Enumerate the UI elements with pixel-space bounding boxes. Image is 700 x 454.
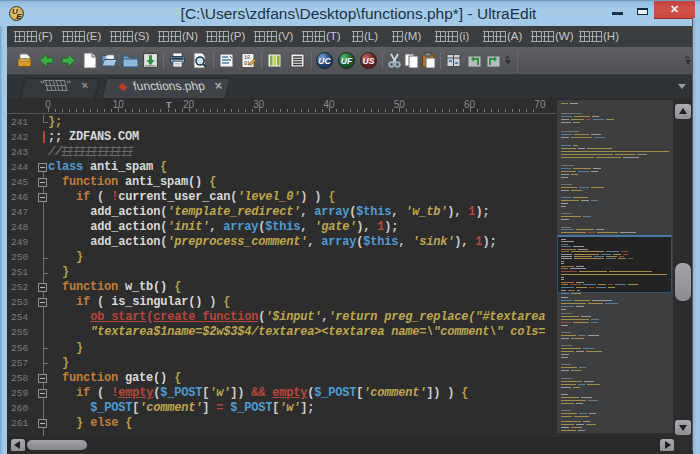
svg-text:UC: UC <box>318 56 331 66</box>
svg-text:US: US <box>363 56 375 66</box>
svg-text:UF: UF <box>341 56 353 66</box>
